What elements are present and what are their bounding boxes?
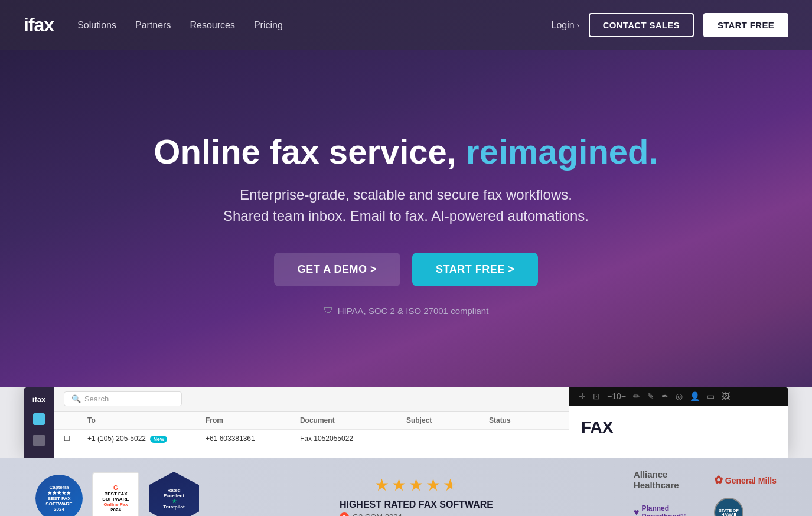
nav-pricing[interactable]: Pricing [254,20,283,31]
crop-icon[interactable]: ⊡ [593,391,600,401]
lasso-icon[interactable]: ◎ [676,391,683,401]
nav-solutions[interactable]: Solutions [77,20,116,31]
logo[interactable]: ifax [24,14,54,36]
app-window: ifax 🔍 Search To From Document Subject S… [24,387,788,458]
hero-section: Online fax service, reimagined. Enterpri… [0,50,812,387]
image-icon[interactable]: 🖼 [722,391,730,401]
fax-title: FAX [581,418,777,437]
right-toolbar: ✛ ⊡ −10− ✏ ✎ ✒ ◎ 👤 ▭ 🖼 [569,387,788,406]
app-main: 🔍 Search To From Document Subject Status… [54,387,569,458]
capterra-label: Capterra [50,485,69,490]
trustpilot-badge-wrapper: Rated Excellent ★ Trustpilot [149,472,199,516]
th-to: To [87,416,206,424]
td-document: Fax 1052055022 [300,435,406,443]
td-checkbox[interactable]: ☐ [64,435,87,443]
capterra-year: 2024 [54,507,64,512]
rating-source: G G2.COM 2024 [340,512,493,517]
app-toolbar: 🔍 Search [54,387,569,412]
star-2: ★ [392,475,406,495]
get-demo-button[interactable]: GET A DEMO > [274,253,400,286]
pencil-icon[interactable]: ✒ [661,391,668,401]
fax-content: FAX [569,406,788,458]
nav-resources[interactable]: Resources [190,20,234,31]
start-free-nav-button[interactable]: START FREE [703,13,788,37]
rating-label: HIGHEST RATED FAX SOFTWARE [340,499,493,510]
td-status [489,435,560,443]
rect-icon[interactable]: ▭ [707,391,715,401]
capterra-title1: BEST FAX [47,496,70,501]
td-from: +61 603381361 [206,435,300,443]
table-row[interactable]: ☐ +1 (105) 205-5022 New +61 603381361 Fa… [54,430,569,448]
award-badges: Capterra ★★★★★ BEST FAX SOFTWARE 2024 G … [35,472,199,516]
g2-icon: G [113,485,118,491]
th-subject: Subject [406,416,489,424]
th-status: Status [489,416,560,424]
navbar-right: Login › CONTACT SALES START FREE [551,13,788,37]
capterra-stars: ★★★★★ [47,490,71,496]
td-to: +1 (105) 205-5022 New [87,435,206,443]
nav-partners[interactable]: Partners [135,20,171,31]
trustpilot-line1: Rated [167,488,180,493]
sidebar-home-icon[interactable] [33,413,45,425]
star-1: ★ [374,475,389,495]
shield-icon: 🛡 [324,305,333,316]
rating-source-text: G2.COM 2024 [353,512,402,516]
capterra-badge: Capterra ★★★★★ BEST FAX SOFTWARE 2024 [35,475,83,516]
capterra-title2: SOFTWARE [45,501,72,507]
td-subject [406,435,489,443]
chevron-right-icon: › [577,21,579,30]
hero-subtitle-line1: Enterprise-grade, scalable and secure fa… [240,187,572,203]
g2-sub: Online Fax [104,502,128,507]
star-half: ★ [443,475,458,495]
nav-links: Solutions Partners Resources Pricing [77,20,283,31]
compliance-label: HIPAA, SOC 2 & ISO 27001 compliant [338,306,489,316]
person-icon[interactable]: 👤 [690,391,700,401]
trustpilot-badge: Rated Excellent ★ Trustpilot [149,472,199,516]
navbar: ifax Solutions Partners Resources Pricin… [0,0,812,50]
rating-section: ★ ★ ★ ★ ★ HIGHEST RATED FAX SOFTWARE G G… [340,475,493,517]
g2-line2: SOFTWARE [102,497,129,502]
hawaii-seal-logo: STATE OFHAWAII [714,498,743,516]
pen-icon[interactable]: ✏ [633,391,640,401]
hero-subtitle-line2: Shared team inbox. Email to fax. AI-powe… [223,208,589,224]
sidebar-logo: ifax [32,395,45,404]
move-icon[interactable]: ✛ [579,391,586,401]
search-bar[interactable]: 🔍 Search [64,391,182,406]
trustpilot-line2: Excellent [164,493,184,498]
sidebar-inbox-icon[interactable] [33,435,45,446]
minus-icon[interactable]: −10− [607,391,626,401]
app-sidebar: ifax [24,387,54,458]
star-4: ★ [426,475,441,495]
compliance-text: 🛡 HIPAA, SOC 2 & ISO 27001 compliant [324,305,489,316]
hero-title-accent: reimagined. [466,132,658,171]
general-mills-logo: ✿ General Mills [714,473,777,486]
planned-parenthood-logo: ♥ PlannedParenthood® [634,504,696,516]
th-document: Document [300,416,406,424]
alliance-healthcare-logo: AllianceHealthcare [634,469,696,491]
table-header: To From Document Subject Status [54,412,569,430]
new-badge: New [150,436,167,443]
contact-sales-button[interactable]: CONTACT SALES [589,13,694,37]
g2-year: 2024 [110,507,121,512]
trustpilot-brand: Trustpilot [163,504,184,510]
bottom-bar: Capterra ★★★★★ BEST FAX SOFTWARE 2024 G … [0,458,812,516]
star-rating: ★ ★ ★ ★ ★ [340,475,493,495]
hero-subtitle: Enterprise-grade, scalable and secure fa… [223,184,589,227]
g2-badge: G BEST FAX SOFTWARE Online Fax 2024 [92,472,139,516]
hero-title: Online fax service, reimagined. [154,133,658,171]
hero-buttons: GET A DEMO > START FREE > [274,253,538,286]
login-label: Login [551,20,574,31]
th-checkbox [64,416,87,424]
hero-title-main: Online fax service, [154,132,466,171]
search-placeholder: Search [84,394,109,403]
trustpilot-brand-icon: ★ [172,498,177,504]
search-icon: 🔍 [71,394,81,403]
app-right-panel: ✛ ⊡ −10− ✏ ✎ ✒ ◎ 👤 ▭ 🖼 FAX [569,387,788,458]
start-free-hero-button[interactable]: START FREE > [412,253,538,286]
company-logos: AllianceHealthcare ✿ General Mills ♥ Pla… [634,469,777,516]
app-preview: ifax 🔍 Search To From Document Subject S… [0,387,812,458]
edit-icon[interactable]: ✎ [647,391,654,401]
login-button[interactable]: Login › [551,20,579,31]
app-table: To From Document Subject Status ☐ +1 (10… [54,412,569,458]
navbar-left: ifax Solutions Partners Resources Pricin… [24,14,283,36]
